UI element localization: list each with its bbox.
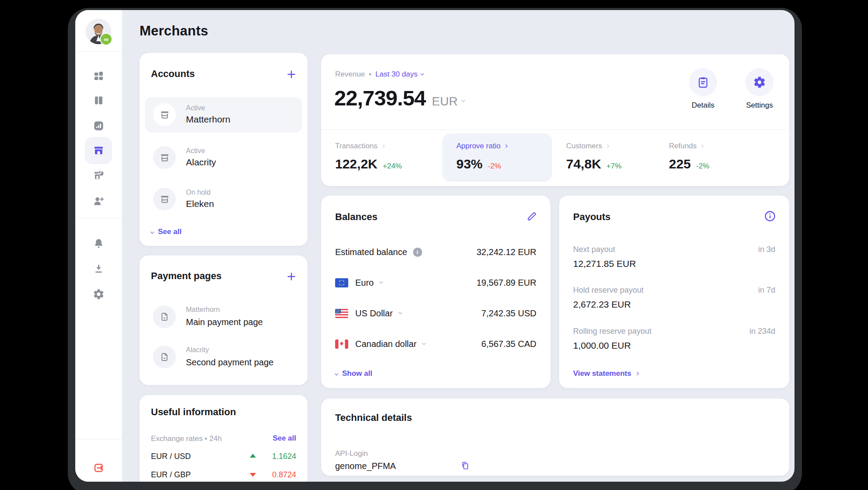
revenue-label: Revenue xyxy=(335,70,365,79)
plus-icon xyxy=(286,69,297,80)
sidebar-item-add-user[interactable] xyxy=(85,187,112,214)
exchange-rates-label: Exchange rates • 24h xyxy=(151,434,222,443)
account-row-matterhorn[interactable]: Active Matterhorn xyxy=(145,97,302,133)
stat-label: Approve ratio xyxy=(456,142,500,150)
stat-transactions: Transactions 122,2K +24% xyxy=(335,142,402,172)
logout-icon xyxy=(93,462,105,474)
flag-us-icon xyxy=(335,309,348,318)
stat-customers-link[interactable]: Customers xyxy=(566,142,622,150)
useful-information-card: Useful information Exchange rates • 24h … xyxy=(140,395,308,482)
stat-transactions-link[interactable]: Transactions xyxy=(335,142,402,150)
chevron-down-icon[interactable] xyxy=(422,341,426,345)
separator-dot: • xyxy=(369,70,371,79)
account-name: Eleken xyxy=(186,199,214,209)
store-analytics-icon xyxy=(93,170,105,182)
chevron-right-icon xyxy=(635,372,639,375)
currency-name: Canadian dollar xyxy=(355,339,416,349)
balances-card: Balances Estimated balance i 32,242.12 E… xyxy=(321,196,550,388)
sidebar-divider-middle xyxy=(75,218,122,218)
stat-refunds-link[interactable]: Refunds xyxy=(669,142,709,150)
dashboard-grid-icon xyxy=(93,70,105,82)
payouts-info-button[interactable] xyxy=(764,210,776,224)
revenue-card: Revenue • Last 30 days 22,739.54 EUR xyxy=(321,54,789,186)
currency-name: US Dollar xyxy=(355,308,393,318)
period-selector[interactable]: Last 30 days xyxy=(375,70,424,79)
accounts-see-all-link[interactable]: See all xyxy=(151,228,182,236)
sidebar-item-kanban[interactable] xyxy=(85,87,112,114)
bar-chart-icon xyxy=(93,120,105,132)
stat-value: 74,8K xyxy=(566,157,601,172)
sidebar-item-merchants[interactable] xyxy=(85,137,112,164)
accounts-card: Accounts Active Matterhorn Active Alacri… xyxy=(140,53,308,246)
estimated-balance-value: 32,242.12 EUR xyxy=(476,247,536,257)
account-status: On hold xyxy=(186,189,210,196)
balance-row-usd: US Dollar 7,242.35 USD xyxy=(335,307,536,320)
rate-pair: EUR / GBP xyxy=(151,470,191,480)
currency-selector[interactable]: EUR xyxy=(432,94,465,108)
balance-row-euro: Euro 19,567.89 EUR xyxy=(335,276,536,289)
chevron-down-icon xyxy=(462,98,465,102)
copy-api-login-button[interactable] xyxy=(460,461,470,472)
chevron-down-icon[interactable] xyxy=(379,280,383,284)
sidebar-item-logout[interactable] xyxy=(85,454,112,481)
payout-due: in 234d xyxy=(749,327,775,336)
storefront-icon xyxy=(153,188,176,210)
payouts-title: Payouts xyxy=(573,211,611,223)
account-row-eleken[interactable]: On hold Eleken xyxy=(145,182,302,217)
sidebar: ∞ xyxy=(75,10,122,482)
stat-delta: -2% xyxy=(488,162,501,171)
payment-pages-title: Payment pages xyxy=(151,270,221,282)
sidebar-item-downloads[interactable] xyxy=(85,255,112,282)
sidebar-item-settings[interactable] xyxy=(85,280,112,308)
user-avatar[interactable]: ∞ xyxy=(86,19,111,44)
chevron-down-icon xyxy=(420,72,424,75)
storefront-icon xyxy=(153,146,176,169)
currency-amount: 19,567.89 EUR xyxy=(476,278,536,288)
chevron-right-icon xyxy=(606,144,609,148)
payout-amount: 12,271.85 EUR xyxy=(573,259,636,269)
device-frame: ∞ xyxy=(68,8,802,490)
stat-delta: +24% xyxy=(383,162,402,171)
revenue-amount: 22,739.54 xyxy=(334,86,426,110)
stat-refunds: Refunds 225 -2% xyxy=(669,142,709,172)
balances-show-all-link[interactable]: Show all xyxy=(335,369,372,378)
revenue-divider xyxy=(321,130,789,130)
sidebar-item-store-analytics[interactable] xyxy=(85,162,112,189)
gear-icon xyxy=(93,288,105,300)
chevron-down-icon[interactable] xyxy=(398,311,402,314)
add-user-icon xyxy=(93,195,105,207)
payment-page-name: Main payment page xyxy=(186,317,263,327)
settings-button[interactable]: Settings xyxy=(746,68,774,110)
edit-balances-button[interactable] xyxy=(526,210,537,224)
status-badge: ∞ xyxy=(100,33,112,46)
bell-icon xyxy=(93,238,105,249)
page-title: Merchants xyxy=(140,23,208,39)
sidebar-item-analytics[interactable] xyxy=(85,112,112,139)
stat-value: 225 xyxy=(669,157,691,172)
info-icon[interactable]: i xyxy=(413,248,422,257)
balance-row-cad: Canadian dollar 6,567.35 CAD xyxy=(335,337,536,350)
gear-icon xyxy=(753,76,766,89)
plus-icon xyxy=(286,271,297,282)
stat-approve-ratio-link[interactable]: Approve ratio xyxy=(456,142,507,150)
period-label: Last 30 days xyxy=(375,70,417,79)
currency-amount: 6,567.35 CAD xyxy=(481,339,536,349)
details-button[interactable]: Details xyxy=(689,68,717,110)
rates-see-all-link[interactable]: See all xyxy=(273,434,296,443)
currency-name: Euro xyxy=(355,278,374,288)
accounts-title: Accounts xyxy=(151,68,195,80)
trend-up-icon xyxy=(250,454,256,458)
settings-label: Settings xyxy=(746,101,774,110)
currency-amount: 7,242.35 USD xyxy=(481,308,536,318)
payment-page-account: Matterhorn xyxy=(186,306,220,314)
sidebar-item-dashboard[interactable] xyxy=(85,62,112,89)
stat-value: 122,2K xyxy=(335,157,378,172)
payout-amount: 1,000.00 EUR xyxy=(573,340,631,351)
see-all-label: See all xyxy=(158,228,182,236)
details-label: Details xyxy=(689,101,717,110)
account-row-alacrity[interactable]: Active Alacrity xyxy=(145,140,302,175)
sidebar-item-notifications[interactable] xyxy=(85,230,112,257)
add-account-button[interactable] xyxy=(285,68,298,81)
view-statements-link[interactable]: View statements xyxy=(573,369,638,378)
add-payment-page-button[interactable] xyxy=(285,270,298,283)
